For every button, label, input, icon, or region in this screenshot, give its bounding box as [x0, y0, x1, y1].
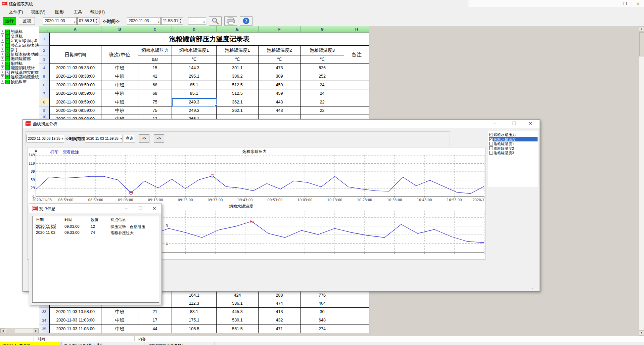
query-button[interactable]: 查询: [124, 135, 135, 142]
series-checkbox-row-4[interactable]: 泡粮罐温度2: [488, 146, 538, 150]
popup-col-header-2[interactable]: 时间: [64, 217, 72, 222]
cell-r7-c3[interactable]: 85.1: [172, 89, 217, 98]
cell-b4-c5[interactable]: 471: [259, 325, 301, 333]
cell-r5-c7[interactable]: [344, 72, 369, 81]
popup-cell-info[interactable]: 泡粮补压过大: [110, 230, 134, 235]
popup-cell-info[interactable]: 保压完毕，自然泄压: [110, 224, 145, 229]
expand-plus-icon[interactable]: +: [1, 44, 4, 47]
checkbox-checked-icon[interactable]: ✓: [489, 133, 493, 136]
cell-r10-c0[interactable]: 2020-11-03 09:03:00: [49, 115, 101, 119]
menu-item-3[interactable]: 图形: [54, 8, 65, 16]
series-checkbox-row-1[interactable]: ✓焖粮水罐压力: [488, 132, 538, 137]
sidebar-item-7[interactable]: +泡粮罐前部: [1, 56, 31, 60]
unit-4[interactable]: ℃: [217, 55, 259, 64]
sidebar-hscrollbar[interactable]: ◀ ▶: [0, 328, 39, 333]
page-title[interactable]: 泡粮罐前部压力温度记录表: [49, 33, 369, 46]
cell-b2-c0[interactable]: 2020-11-03 10:58:00: [49, 308, 101, 316]
sidebar-item-6[interactable]: +新版本报表功能: [1, 52, 39, 56]
row-number[interactable]: 7: [39, 89, 49, 98]
cell-r7-c5[interactable]: 459: [259, 89, 301, 98]
selected-cell-outline[interactable]: [172, 98, 217, 106]
cell-b0-c7[interactable]: [344, 292, 369, 299]
minimize-button[interactable]: –: [606, 1, 618, 7]
cell-r7-c0[interactable]: 2020-11-03 08:59:00: [49, 89, 101, 98]
column-header-F[interactable]: F: [259, 26, 301, 33]
cell-b1-c3[interactable]: 112.3: [172, 299, 217, 308]
header-4[interactable]: 泡粮罐温度1: [217, 46, 259, 55]
header-remark[interactable]: 备注: [344, 46, 369, 64]
sidebar-item-11[interactable]: +连续蒸粮流量统: [1, 74, 39, 79]
column-header-G[interactable]: G: [301, 26, 344, 33]
cell-r6-c3[interactable]: 85.1: [172, 81, 217, 89]
cell-b3-c2[interactable]: 17: [138, 316, 172, 325]
cell-r7-c6[interactable]: 24: [301, 89, 344, 98]
row-number[interactable]: 10: [39, 115, 49, 119]
expand-plus-icon[interactable]: +: [1, 35, 4, 38]
sidebar-item-3[interactable]: +定时记录演示0: [1, 38, 37, 42]
cell-r4-c3[interactable]: 144.3: [172, 64, 217, 72]
cell-r6-c2[interactable]: 68: [138, 81, 172, 89]
cell-b4-c1[interactable]: 中班: [101, 325, 138, 333]
column-header-E[interactable]: E: [217, 26, 259, 33]
cell-r10-c6[interactable]: [301, 115, 344, 119]
row-number[interactable]: 8: [39, 98, 49, 106]
popup-col-header-4[interactable]: 拐点信息: [110, 217, 126, 222]
checkbox-unchecked-icon[interactable]: [489, 142, 493, 145]
sidebar-item-2[interactable]: +复蒸机: [1, 34, 23, 38]
popup-cell-date[interactable]: 2020-11-03: [36, 230, 55, 234]
cell-b0-c5[interactable]: 288: [259, 292, 301, 299]
header-date-time[interactable]: 日期/时间: [49, 46, 101, 64]
cell-r6-c5[interactable]: 459: [259, 81, 301, 89]
checkbox-unchecked-icon[interactable]: [489, 146, 493, 150]
cell-r10-c5[interactable]: [259, 115, 301, 119]
cell-b2-c5[interactable]: 413: [259, 308, 301, 316]
menu-item-1[interactable]: 文件(F): [7, 8, 25, 16]
spinner-arrows-icon[interactable]: ▲▼: [178, 18, 183, 24]
cell-b0-c3[interactable]: 164.1: [172, 292, 217, 299]
sidebar-item-9[interactable]: +能源消耗统计: [1, 65, 35, 70]
expand-plus-icon[interactable]: +: [1, 80, 4, 84]
column-header-D[interactable]: D: [172, 26, 217, 33]
date-to-combobox[interactable]: 2020-11-03▾: [127, 17, 160, 25]
cell-r5-c6[interactable]: 252: [301, 72, 344, 81]
row-number[interactable]: 9: [39, 106, 49, 115]
row-number[interactable]: 1: [39, 33, 49, 46]
chart-time-to-combobox[interactable]: 2020-11-03 11:59:35▾: [85, 135, 123, 142]
column-header-C[interactable]: C: [138, 26, 172, 33]
maximize-button[interactable]: ❐: [619, 1, 631, 7]
cell-r4-c0[interactable]: 2020-11-03 08:33:00: [49, 64, 101, 72]
minimize-button[interactable]: –: [120, 205, 133, 213]
cell-r5-c2[interactable]: 42: [138, 72, 172, 81]
run-button[interactable]: 运行: [3, 17, 16, 25]
cell-r7-c1[interactable]: 中班: [101, 89, 138, 98]
cell-r10-c3[interactable]: 266.1: [172, 115, 217, 119]
cell-r9-c4[interactable]: 362.1: [217, 106, 259, 115]
cell-r5-c5[interactable]: 309: [259, 72, 301, 81]
minimize-button[interactable]: –: [489, 120, 501, 128]
date-from-combobox[interactable]: 2020-11-03▾: [43, 17, 77, 25]
scroll-down-icon[interactable]: ▼: [639, 330, 644, 336]
cell-b2-c2[interactable]: 21: [138, 308, 172, 316]
search-button[interactable]: [209, 16, 222, 26]
checkbox-unchecked-icon[interactable]: [489, 151, 493, 155]
cell-r6-c1[interactable]: 中班: [101, 81, 138, 89]
cell-r8-c4[interactable]: 362.1: [217, 98, 259, 106]
cell-b4-c0[interactable]: 2020-11-03 11:08:00: [49, 325, 101, 333]
expand-plus-icon[interactable]: +: [1, 75, 4, 79]
cell-b4-c2[interactable]: 44: [138, 325, 172, 333]
cell-r5-c3[interactable]: 295.1: [172, 72, 217, 81]
cell-b3-c0[interactable]: 2020-11-03 11:03:00: [49, 316, 101, 325]
cell-b0-c4[interactable]: 424: [217, 292, 259, 299]
menu-item-5[interactable]: 帮助(H): [89, 8, 106, 16]
cell-b2-c1[interactable]: 中班: [101, 308, 138, 316]
column-header-B[interactable]: B: [101, 26, 138, 33]
cell-r5-c4[interactable]: 386.2: [217, 72, 259, 81]
cell-r10-c2[interactable]: 12: [138, 115, 172, 119]
cell-r9-c2[interactable]: 75: [138, 106, 172, 115]
series-checkbox-row-5[interactable]: 泡粮罐温度3: [488, 150, 538, 155]
cell-r4-c2[interactable]: 15: [138, 64, 172, 72]
row-number[interactable]: 35: [39, 325, 49, 333]
series-checkbox-row-2[interactable]: ✓焖粮水罐温度: [488, 137, 538, 141]
popup-cell-value[interactable]: 12: [91, 224, 95, 228]
row-number[interactable]: 33: [39, 308, 49, 316]
